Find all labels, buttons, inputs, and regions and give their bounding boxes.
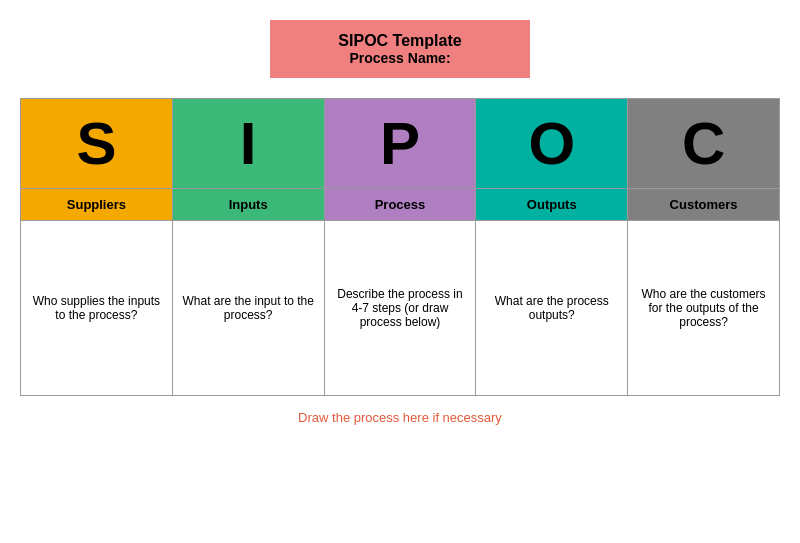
label-outputs: Outputs <box>476 189 628 221</box>
cell-i: I <box>172 99 324 189</box>
content-suppliers: Who supplies the inputs to the process? <box>21 221 173 396</box>
content-row: Who supplies the inputs to the process? … <box>21 221 780 396</box>
letter-i: I <box>240 110 257 177</box>
label-row: Suppliers Inputs Process Outputs Custome… <box>21 189 780 221</box>
letter-o: O <box>528 110 575 177</box>
letter-p: P <box>380 110 420 177</box>
label-process: Process <box>324 189 476 221</box>
content-customers: Who are the customers for the outputs of… <box>628 221 780 396</box>
content-inputs: What are the input to the process? <box>172 221 324 396</box>
cell-c: C <box>628 99 780 189</box>
letter-s: S <box>76 110 116 177</box>
sub-title: Process Name: <box>310 50 490 66</box>
footer-text: Draw the process here if necessary <box>298 410 502 425</box>
cell-p: P <box>324 99 476 189</box>
letter-row: S I P O C <box>21 99 780 189</box>
label-suppliers: Suppliers <box>21 189 173 221</box>
header-section: SIPOC Template Process Name: <box>270 20 530 78</box>
label-customers: Customers <box>628 189 780 221</box>
main-title: SIPOC Template <box>310 32 490 50</box>
cell-s: S <box>21 99 173 189</box>
cell-o: O <box>476 99 628 189</box>
content-outputs: What are the process outputs? <box>476 221 628 396</box>
label-inputs: Inputs <box>172 189 324 221</box>
title-box: SIPOC Template Process Name: <box>270 20 530 78</box>
letter-c: C <box>682 110 725 177</box>
content-process: Describe the process in 4-7 steps (or dr… <box>324 221 476 396</box>
sipoc-table: S I P O C Suppliers Inputs Process Outpu… <box>20 98 780 396</box>
